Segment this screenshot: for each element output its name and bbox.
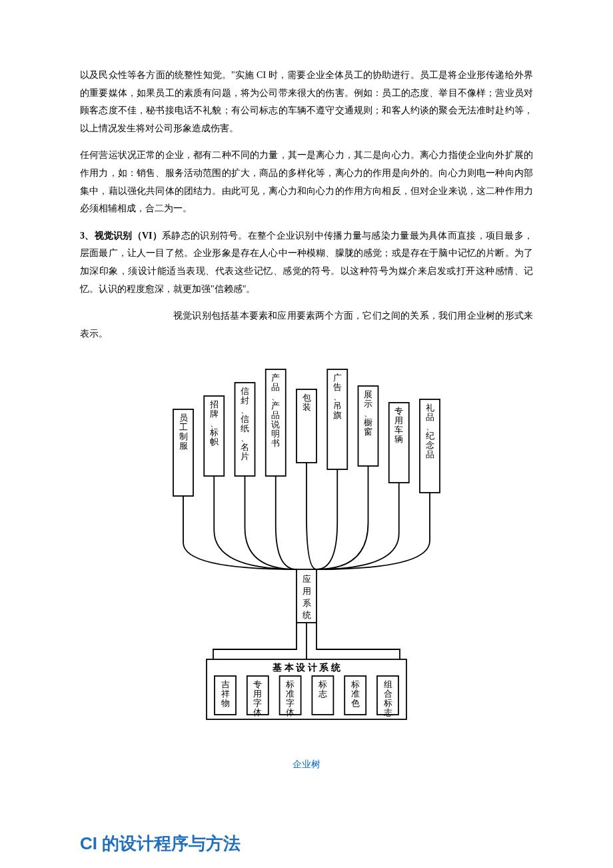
tree-svg: 员工制服招牌、标帜信封、信纸、名片产品、产品说明书包装广告、吊旗展示、橱窗专用车… xyxy=(160,363,453,736)
svg-text:名: 名 xyxy=(241,442,249,452)
svg-text:装: 装 xyxy=(303,402,311,412)
svg-text:专: 专 xyxy=(253,679,262,689)
svg-text:品: 品 xyxy=(271,382,280,392)
svg-text:用: 用 xyxy=(253,689,262,699)
svg-text:准: 准 xyxy=(286,689,295,699)
svg-text:纸: 纸 xyxy=(241,423,249,433)
svg-text:、: 、 xyxy=(241,405,249,415)
svg-text:、: 、 xyxy=(333,391,342,401)
svg-text:专: 专 xyxy=(394,406,403,416)
svg-text:牌: 牌 xyxy=(210,409,219,419)
svg-text:示: 示 xyxy=(364,399,372,409)
svg-text:吊: 吊 xyxy=(333,401,342,411)
svg-text:纪: 纪 xyxy=(426,431,434,441)
svg-text:品: 品 xyxy=(426,449,434,459)
svg-text:标: 标 xyxy=(285,679,295,689)
svg-text:字: 字 xyxy=(253,698,262,708)
svg-text:基 本 设 计 系 统: 基 本 设 计 系 统 xyxy=(272,662,341,673)
svg-text:体: 体 xyxy=(286,707,295,717)
paragraph-3: 3、视觉识别（VI）系静态的识别符号。在整个企业识别中传播力量与感染力量最为具体… xyxy=(80,227,533,298)
svg-text:合: 合 xyxy=(384,689,392,699)
svg-text:、: 、 xyxy=(426,421,434,431)
svg-text:封: 封 xyxy=(241,395,249,405)
svg-text:书: 书 xyxy=(271,438,280,448)
svg-text:橱: 橱 xyxy=(364,417,372,427)
svg-text:旗: 旗 xyxy=(333,410,342,420)
svg-text:准: 准 xyxy=(351,689,360,699)
paragraph-3-tail: 视觉识别包括基本要素和应用要素两个方面，它们之间的关系，我们用企业树的形式来表示… xyxy=(80,307,533,343)
paragraph-3-lead: 3、视觉识别（VI） xyxy=(80,231,162,241)
svg-text:志: 志 xyxy=(384,707,392,717)
svg-text:窗: 窗 xyxy=(364,427,372,437)
svg-text:祥: 祥 xyxy=(221,689,230,699)
svg-text:制: 制 xyxy=(179,431,188,441)
svg-text:服: 服 xyxy=(179,441,188,451)
svg-text:、: 、 xyxy=(364,408,372,418)
svg-text:信: 信 xyxy=(241,386,249,396)
paragraph-2: 任何营运状况正常的企业，都有二种不同的力量，其一是离心力，其二是向心力。离心力指… xyxy=(80,147,533,217)
svg-text:展: 展 xyxy=(364,389,372,399)
svg-text:色: 色 xyxy=(351,698,360,708)
svg-text:、: 、 xyxy=(210,418,219,428)
svg-text:辆: 辆 xyxy=(394,434,403,444)
svg-text:品: 品 xyxy=(426,412,434,422)
svg-text:帜: 帜 xyxy=(210,437,219,447)
section-heading: CI 的设计程序与方法 xyxy=(80,827,533,860)
diagram-caption: 企业树 xyxy=(80,756,533,774)
svg-text:品: 品 xyxy=(271,410,280,420)
svg-text:产: 产 xyxy=(271,373,280,383)
paragraph-1: 以及民众性等各方面的统整性知觉。"实施 CI 时，需要企业全体员工的协助进行。员… xyxy=(80,67,533,137)
svg-text:礼: 礼 xyxy=(426,403,434,413)
svg-text:体: 体 xyxy=(253,707,262,717)
svg-text:念: 念 xyxy=(426,440,434,450)
svg-text:标: 标 xyxy=(350,679,360,689)
svg-text:标: 标 xyxy=(383,698,392,708)
svg-text:字: 字 xyxy=(286,698,295,708)
svg-text:吉: 吉 xyxy=(221,679,230,689)
svg-text:明: 明 xyxy=(271,429,280,439)
svg-text:招: 招 xyxy=(209,399,219,409)
svg-text:片: 片 xyxy=(241,451,249,461)
svg-text:用: 用 xyxy=(394,415,403,425)
svg-text:统: 统 xyxy=(303,610,311,620)
svg-text:包: 包 xyxy=(303,393,311,403)
svg-text:广: 广 xyxy=(333,373,342,383)
svg-text:告: 告 xyxy=(333,382,342,392)
svg-text:车: 车 xyxy=(394,425,403,435)
svg-text:物: 物 xyxy=(221,698,230,708)
svg-text:员: 员 xyxy=(179,413,188,423)
svg-text:、: 、 xyxy=(241,433,249,443)
svg-text:说: 说 xyxy=(271,419,280,429)
svg-text:、: 、 xyxy=(271,391,280,401)
enterprise-tree-diagram: 员工制服招牌、标帜信封、信纸、名片产品、产品说明书包装广告、吊旗展示、橱窗专用车… xyxy=(80,363,533,736)
svg-text:信: 信 xyxy=(241,414,249,424)
svg-text:工: 工 xyxy=(179,422,188,432)
svg-text:用: 用 xyxy=(303,586,311,596)
svg-text:应: 应 xyxy=(303,574,311,584)
svg-text:标: 标 xyxy=(318,679,327,689)
svg-text:产: 产 xyxy=(271,401,280,411)
svg-text:志: 志 xyxy=(318,689,327,699)
svg-text:组: 组 xyxy=(384,679,392,689)
svg-text:标: 标 xyxy=(209,427,219,437)
svg-text:系: 系 xyxy=(303,598,311,608)
